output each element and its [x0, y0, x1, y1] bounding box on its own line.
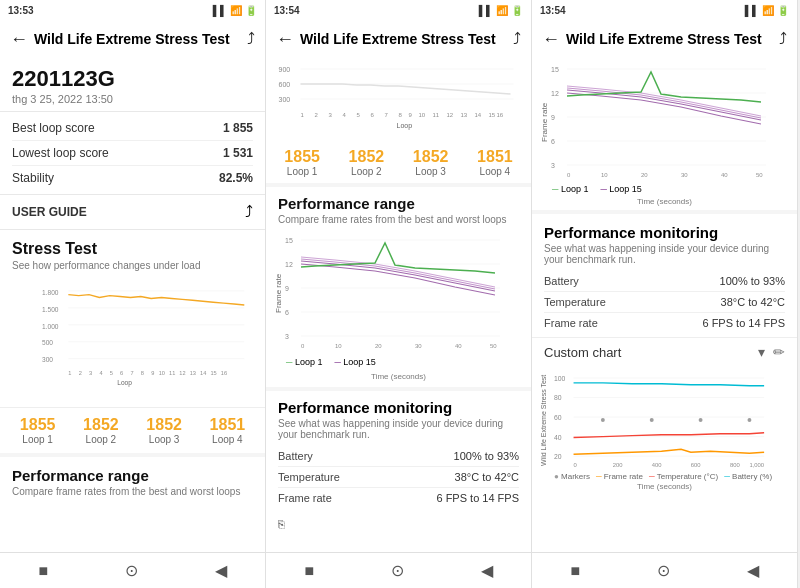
svg-text:80: 80 [554, 394, 562, 401]
svg-point-96 [748, 418, 752, 422]
nav-back-1[interactable]: ◀ [215, 561, 227, 580]
p2-loop-item-2: 1852 Loop 2 [349, 148, 385, 177]
back-button-2[interactable]: ← [276, 29, 294, 50]
nav-circle-3[interactable]: ⊙ [657, 561, 670, 580]
svg-point-94 [650, 418, 654, 422]
svg-text:20: 20 [554, 453, 562, 460]
svg-text:200: 200 [613, 462, 624, 468]
p2-loop-item-4: 1851 Loop 4 [477, 148, 513, 177]
svg-text:12: 12 [447, 112, 454, 118]
perf-range-sub-1: Compare frame rates from the best and wo… [12, 486, 253, 497]
signal-icon: ▌▌ [213, 5, 227, 16]
status-bar-1: 13:53 ▌▌ 📶 🔋 [0, 0, 265, 20]
userguide-row[interactable]: USER GUIDE ⤴ [0, 195, 265, 230]
stress-chart: 1.800 1.500 1.000 500 300 1 2 3 [12, 277, 253, 397]
battery-icon: 🔋 [245, 5, 257, 16]
legend-loop15: ─ Loop 15 [334, 357, 375, 367]
stat-label-lowest: Lowest loop score [12, 146, 109, 160]
p2-loop-item-1: 1855 Loop 1 [284, 148, 320, 177]
loop-item-3: 1852 Loop 3 [146, 416, 182, 445]
nav-back-3[interactable]: ◀ [747, 561, 759, 580]
share-button-3[interactable]: ⤴ [779, 30, 787, 48]
loop-label-2: Loop 2 [83, 434, 119, 445]
userguide-share-icon[interactable]: ⤴ [245, 203, 253, 221]
edit-icon[interactable]: ✏ [773, 344, 785, 360]
nav-back-2[interactable]: ◀ [481, 561, 493, 580]
perf-range-title-1: Performance range [12, 467, 253, 484]
p2-loop-score-3: 1852 [413, 148, 449, 166]
stat-row-best: Best loop score 1 855 [12, 116, 253, 141]
loop-score-1: 1855 [20, 416, 56, 434]
p2-stat-battery-label: Battery [278, 450, 313, 462]
dropdown-icon[interactable]: ▾ [758, 344, 765, 360]
svg-text:1.000: 1.000 [42, 323, 59, 330]
nav-circle-1[interactable]: ⊙ [125, 561, 138, 580]
svg-text:13: 13 [190, 370, 196, 376]
share-button-2[interactable]: ⤴ [513, 30, 521, 48]
top-bar-3: ← Wild Life Extreme Stress Test ⤴ [532, 20, 797, 58]
svg-text:11: 11 [169, 370, 175, 376]
stat-label-best: Best loop score [12, 121, 95, 135]
stat-label-stability: Stability [12, 171, 54, 185]
legend-battery: ─ Battery (%) [724, 472, 772, 481]
svg-text:16: 16 [221, 370, 227, 376]
custom-chart-row: Custom chart ▾ ✏ [532, 337, 797, 366]
p2-stat-battery: Battery 100% to 93% [278, 446, 519, 467]
nav-square-1[interactable]: ■ [38, 562, 48, 580]
legend-markers: ● Markers [554, 472, 590, 481]
status-icons-3: ▌▌ 📶 🔋 [745, 5, 789, 16]
svg-text:2: 2 [315, 112, 319, 118]
p2-perf-range-title: Performance range [278, 195, 519, 212]
legend-loop15-label: Loop 15 [343, 357, 376, 367]
svg-text:50: 50 [490, 343, 497, 349]
svg-text:5: 5 [357, 112, 361, 118]
p3-x-axis-label: Time (seconds) [532, 197, 797, 206]
stress-title: Stress Test [12, 240, 253, 258]
svg-text:7: 7 [385, 112, 389, 118]
p3-bottom-x-label: Time (seconds) [540, 482, 789, 491]
nav-circle-2[interactable]: ⊙ [391, 561, 404, 580]
userguide-label: USER GUIDE [12, 205, 87, 219]
svg-text:3: 3 [551, 162, 555, 169]
nav-square-2[interactable]: ■ [304, 562, 314, 580]
p2-stat-temp: Temperature 38°C to 42°C [278, 467, 519, 488]
svg-text:30: 30 [681, 172, 688, 178]
page-title-2: Wild Life Extreme Stress Test [300, 31, 513, 47]
svg-text:40: 40 [721, 172, 728, 178]
p2-perf-mon-sub: See what was happening inside your devic… [278, 418, 519, 440]
svg-text:600: 600 [279, 81, 291, 88]
svg-text:1,000: 1,000 [749, 462, 764, 468]
panel-1-content: 2201123G thg 3 25, 2022 13:50 Best loop … [0, 58, 265, 552]
p3-legend-loop1: ─ Loop 1 [552, 184, 588, 194]
back-button-1[interactable]: ← [10, 29, 28, 50]
device-date: thg 3 25, 2022 13:50 [12, 93, 253, 105]
svg-text:5: 5 [110, 370, 113, 376]
p2-stat-temp-val: 38°C to 42°C [455, 471, 519, 483]
svg-text:15: 15 [210, 370, 216, 376]
svg-text:Score: Score [42, 357, 43, 375]
device-id: 2201123G [12, 66, 253, 92]
p2-perf-range: Performance range Compare frame rates fr… [266, 183, 531, 229]
status-icons-1: ▌▌ 📶 🔋 [213, 5, 257, 16]
share-button-1[interactable]: ⤴ [247, 30, 255, 48]
svg-text:9: 9 [551, 114, 555, 121]
loop-scores-1: 1855 Loop 1 1852 Loop 2 1852 Loop 3 1851… [0, 407, 265, 453]
legend-temperature-label: Temperature (°C) [657, 472, 718, 481]
status-bar-2: 13:54 ▌▌ 📶 🔋 [266, 0, 531, 20]
bottom-nav-3: ■ ⊙ ◀ [532, 552, 797, 588]
p2-stat-fps: Frame rate 6 FPS to 14 FPS [278, 488, 519, 508]
nav-square-3[interactable]: ■ [570, 562, 580, 580]
p2-frame-chart: Frame rate 15 12 9 6 3 [266, 229, 531, 357]
svg-point-95 [699, 418, 703, 422]
battery-icon-3: 🔋 [777, 5, 789, 16]
loop-score-4: 1851 [210, 416, 246, 434]
svg-text:12: 12 [179, 370, 185, 376]
svg-text:6: 6 [371, 112, 375, 118]
svg-text:7: 7 [130, 370, 133, 376]
bottom-nav-1: ■ ⊙ ◀ [0, 552, 265, 588]
back-button-3[interactable]: ← [542, 29, 560, 50]
p2-y-axis-label: Frame rate [274, 233, 283, 353]
p2-stat-battery-val: 100% to 93% [454, 450, 519, 462]
wifi-icon: 📶 [230, 5, 242, 16]
svg-text:8: 8 [141, 370, 144, 376]
